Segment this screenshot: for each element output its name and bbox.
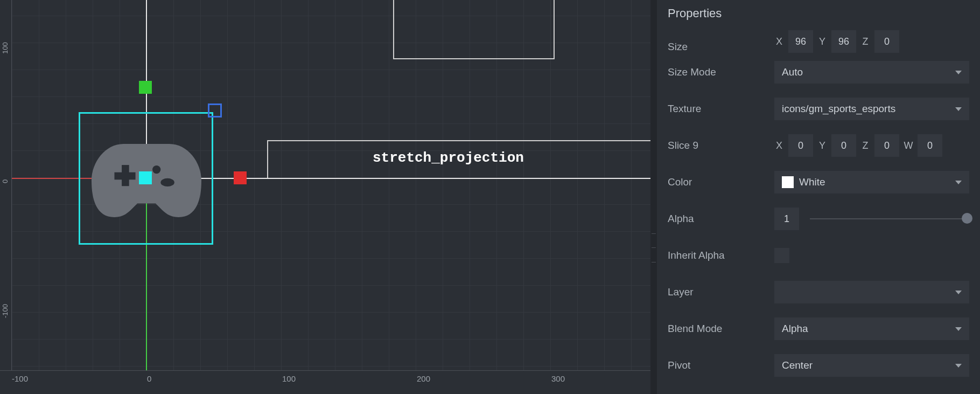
slice9-x-label: X <box>774 140 784 151</box>
slice9-w-input[interactable]: 0 <box>918 134 942 157</box>
ruler-y-tick: 0 <box>1 179 9 183</box>
size-label: Size <box>668 41 774 53</box>
pivot-row: Pivot Center <box>668 347 969 384</box>
slice9-row: Slice 9 X 0 Y 0 Z 0 W 0 <box>668 127 969 164</box>
blend-value: Alpha <box>782 323 808 335</box>
ruler-y-tick: -100 <box>1 304 9 318</box>
size-z-label: Z <box>860 36 870 47</box>
chevron-down-icon <box>955 71 962 74</box>
slice9-x-input[interactable]: 0 <box>788 134 813 157</box>
ruler-x-tick: 0 <box>147 374 151 383</box>
blend-select[interactable]: Alpha <box>774 317 969 340</box>
chevron-down-icon <box>955 364 962 368</box>
chevron-down-icon <box>955 107 962 111</box>
size-x-label: X <box>774 36 784 47</box>
scale-handle[interactable] <box>208 103 222 117</box>
ruler-x-tick: 200 <box>417 374 430 383</box>
alpha-label: Alpha <box>668 213 774 225</box>
svg-point-2 <box>152 165 160 174</box>
color-select[interactable]: White <box>774 171 969 193</box>
panel-splitter[interactable] <box>650 0 657 394</box>
slice9-z-input[interactable]: 0 <box>874 134 899 157</box>
color-label: Color <box>668 176 774 188</box>
ruler-y-tick: 100 <box>1 42 9 54</box>
alpha-slider[interactable] <box>810 217 969 220</box>
chevron-down-icon <box>955 327 962 331</box>
layer-row: Layer <box>668 274 969 310</box>
size-y-input[interactable]: 96 <box>831 30 856 53</box>
ruler-horizontal: -100 0 100 200 300 <box>0 370 650 394</box>
slice9-y-input[interactable]: 0 <box>831 134 856 157</box>
size-z-input[interactable]: 0 <box>874 30 899 53</box>
chevron-down-icon <box>955 181 962 184</box>
canvas-viewport[interactable]: stretch_projection 100 0 -100 -100 0 100… <box>0 0 650 394</box>
slice9-z-label: Z <box>860 140 870 151</box>
slice9-w-label: W <box>904 140 913 151</box>
blend-row: Blend Mode Alpha <box>668 310 969 347</box>
ruler-x-tick: 300 <box>551 374 565 383</box>
pivot-value: Center <box>782 360 813 371</box>
color-swatch <box>782 176 794 188</box>
properties-panel: Properties Size X 96 Y 96 Z 0 Size Mode … <box>657 0 980 394</box>
node-label-box[interactable]: stretch_projection <box>267 140 650 178</box>
pivot-label: Pivot <box>668 360 774 371</box>
size-mode-label: Size Mode <box>668 66 774 78</box>
texture-row: Texture icons/gm_sports_esports <box>668 91 969 127</box>
size-y-label: Y <box>817 36 827 47</box>
slider-track <box>810 218 969 219</box>
alpha-input[interactable]: 1 <box>774 208 799 230</box>
node-label-text: stretch_projection <box>373 150 524 166</box>
layer-select[interactable] <box>774 281 969 303</box>
slice9-label: Slice 9 <box>668 140 774 151</box>
node-outline[interactable] <box>393 0 555 59</box>
texture-value: icons/gm_sports_esports <box>782 103 895 115</box>
color-row: Color White <box>668 164 969 201</box>
inherit-alpha-label: Inherit Alpha <box>668 250 774 261</box>
size-x-input[interactable]: 96 <box>788 30 813 53</box>
panel-title: Properties <box>657 0 980 30</box>
ruler-vertical: 100 0 -100 <box>0 0 12 370</box>
origin-handle[interactable] <box>139 171 152 184</box>
move-y-handle[interactable] <box>139 81 152 94</box>
svg-rect-1 <box>122 165 129 186</box>
slider-thumb[interactable] <box>962 213 972 224</box>
move-x-handle[interactable] <box>234 171 247 184</box>
inherit-alpha-checkbox[interactable] <box>774 248 789 263</box>
size-mode-row: Size Mode Auto <box>668 54 969 91</box>
ruler-x-tick: -100 <box>12 374 28 383</box>
blend-label: Blend Mode <box>668 323 774 335</box>
color-value: White <box>799 176 825 188</box>
inherit-alpha-row: Inherit Alpha <box>668 237 969 274</box>
chevron-down-icon <box>955 291 962 294</box>
size-mode-value: Auto <box>782 66 803 78</box>
layer-label: Layer <box>668 286 774 298</box>
svg-point-3 <box>160 178 174 186</box>
size-row: Size X 96 Y 96 Z 0 <box>668 30 969 54</box>
alpha-row: Alpha 1 <box>668 201 969 237</box>
pivot-select[interactable]: Center <box>774 354 969 377</box>
size-mode-select[interactable]: Auto <box>774 61 969 84</box>
ruler-x-tick: 100 <box>282 374 296 383</box>
texture-label: Texture <box>668 103 774 115</box>
slice9-y-label: Y <box>817 140 827 151</box>
texture-select[interactable]: icons/gm_sports_esports <box>774 98 969 120</box>
